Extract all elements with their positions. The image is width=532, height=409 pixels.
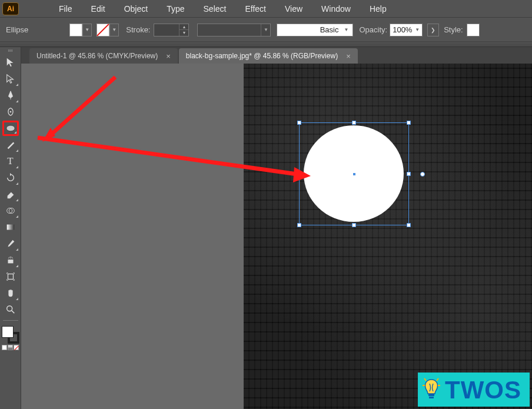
watermark-text: TWOS <box>445 376 521 404</box>
canvas[interactable] <box>21 64 532 409</box>
style-swatch[interactable] <box>467 24 480 36</box>
selection-bounding-box[interactable] <box>299 122 409 225</box>
opacity-label: Opacity: <box>359 25 387 34</box>
close-icon[interactable]: × <box>346 52 351 61</box>
gradient-mode-button[interactable] <box>8 345 13 350</box>
control-bar: Ellipse ▼ ▼ Stroke: ▲ ▼ ▼ Basic ▼ Opacit… <box>0 18 532 42</box>
zoom-tool[interactable] <box>2 302 19 317</box>
fill-mode-buttons <box>2 345 19 350</box>
stroke-color-dropdown[interactable]: ▼ <box>109 24 119 36</box>
menu-effect[interactable]: Effect <box>245 4 266 14</box>
chevron-down-icon: ▼ <box>264 27 268 32</box>
direct-selection-tool[interactable] <box>2 71 19 87</box>
fill-indicator[interactable] <box>2 326 14 338</box>
svg-point-1 <box>6 125 14 131</box>
artboard-tool[interactable] <box>2 269 19 284</box>
placed-image[interactable] <box>244 64 532 409</box>
hand-tool[interactable] <box>2 285 19 301</box>
tab-label: Untitled-1 @ 45.86 % (CMYK/Preview) <box>36 52 158 60</box>
menu-file[interactable]: File <box>59 4 72 14</box>
type-tool[interactable]: T <box>2 154 19 169</box>
none-mode-button[interactable] <box>14 345 19 350</box>
document-area: Untitled-1 @ 45.86 % (CMYK/Preview) × bl… <box>21 47 532 409</box>
next-options-button[interactable]: ❯ <box>427 24 439 36</box>
app-logo-icon: Ai <box>2 2 19 15</box>
svg-point-0 <box>9 111 11 113</box>
svg-line-10 <box>38 138 297 174</box>
annotation-arrow-2 <box>35 133 315 186</box>
menu-type[interactable]: Type <box>167 4 184 14</box>
graphic-style-dropdown[interactable]: Basic ▼ <box>277 24 353 36</box>
brush-definition-dropdown[interactable]: ▼ <box>197 24 271 36</box>
opacity-value: 100% <box>393 25 415 34</box>
chevron-down-icon: ▼ <box>342 27 350 32</box>
chevron-down-icon: ▼ <box>415 27 420 32</box>
eyedropper-tool[interactable] <box>2 236 19 251</box>
fill-color-dropdown[interactable]: ▼ <box>82 24 92 36</box>
svg-rect-12 <box>428 394 434 396</box>
shape-builder-tool[interactable] <box>2 203 19 218</box>
widget-handle[interactable] <box>420 172 425 177</box>
svg-rect-5 <box>8 260 13 263</box>
stroke-label: Stroke: <box>126 25 150 34</box>
panel-grip-icon[interactable] <box>5 49 16 52</box>
tab-label: black-bg-sample.jpg* @ 45.86 % (RGB/Prev… <box>186 52 338 60</box>
resize-handle[interactable] <box>352 121 356 125</box>
menu-select[interactable]: Select <box>204 4 227 14</box>
eraser-tool[interactable] <box>2 187 19 202</box>
stroke-color-swatch[interactable] <box>97 24 109 36</box>
selection-center-icon <box>353 173 355 175</box>
resize-handle[interactable] <box>297 223 301 227</box>
resize-handle[interactable] <box>407 223 411 227</box>
rotate-tool[interactable] <box>2 170 19 185</box>
watermark-badge: TWOS <box>418 373 530 407</box>
resize-handle[interactable] <box>407 172 411 176</box>
resize-handle[interactable] <box>407 121 411 125</box>
menu-view[interactable]: View <box>285 4 302 14</box>
graphic-style-value: Basic <box>277 25 342 34</box>
close-icon[interactable]: × <box>166 52 171 61</box>
chevron-right-icon: ❯ <box>431 27 435 33</box>
annotation-arrow-1 <box>39 72 121 143</box>
document-tabbar: Untitled-1 @ 45.86 % (CMYK/Preview) × bl… <box>21 47 532 64</box>
gradient-tool[interactable] <box>2 220 19 235</box>
menu-edit[interactable]: Edit <box>91 4 105 14</box>
resize-handle[interactable] <box>297 121 301 125</box>
type-glyph: T <box>7 155 13 167</box>
svg-rect-6 <box>8 274 13 280</box>
chevron-down-icon: ▼ <box>85 27 89 32</box>
svg-rect-4 <box>6 225 14 230</box>
curvature-tool[interactable] <box>2 104 19 119</box>
symbol-sprayer-tool[interactable] <box>2 252 19 268</box>
selection-tool[interactable] <box>2 55 19 70</box>
ellipse-tool[interactable] <box>2 121 19 136</box>
paintbrush-tool[interactable] <box>2 137 19 152</box>
tools-panel: T <box>0 47 21 409</box>
stepper-up-icon[interactable]: ▲ <box>179 24 188 31</box>
tool-divider <box>3 320 18 322</box>
svg-point-7 <box>6 306 12 311</box>
stepper-down-icon[interactable]: ▼ <box>179 30 188 36</box>
pen-tool[interactable] <box>2 88 19 103</box>
document-tab-1[interactable]: Untitled-1 @ 45.86 % (CMYK/Preview) × <box>29 48 178 64</box>
fill-color-swatch[interactable] <box>69 24 82 36</box>
app-menubar: Ai File Edit Object Type Select Effect V… <box>0 0 532 18</box>
stroke-weight-input[interactable] <box>154 24 179 36</box>
stroke-weight-stepper[interactable]: ▲ ▼ <box>154 24 189 36</box>
color-mode-button[interactable] <box>2 345 7 350</box>
resize-handle[interactable] <box>352 223 356 227</box>
lightbulb-icon <box>421 377 441 402</box>
active-tool-label: Ellipse <box>6 25 28 34</box>
document-tab-2[interactable]: black-bg-sample.jpg* @ 45.86 % (RGB/Prev… <box>179 48 358 64</box>
svg-line-8 <box>49 77 115 136</box>
menu-help[interactable]: Help <box>370 4 387 14</box>
workspace: T <box>0 47 532 409</box>
opacity-field[interactable]: 100% ▼ <box>390 24 423 36</box>
menu-window[interactable]: Window <box>321 4 351 14</box>
panel-collapse-strip[interactable] <box>0 42 532 47</box>
svg-marker-11 <box>293 167 311 182</box>
svg-rect-13 <box>429 397 434 398</box>
chevron-down-icon: ▼ <box>112 27 117 32</box>
fill-stroke-indicator[interactable] <box>2 326 19 344</box>
menu-object[interactable]: Object <box>124 4 148 14</box>
